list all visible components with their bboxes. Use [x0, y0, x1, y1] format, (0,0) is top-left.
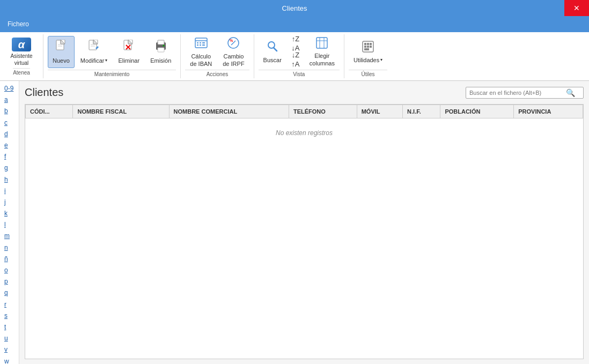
sort-buttons-group: ↑Z↓A ↓Z↑A — [288, 36, 304, 68]
ribbon-group-vista: Buscar ↑Z↓A ↓Z↑A Elegir columnas — [254, 34, 344, 78]
calculo-iban-button[interactable]: Cálculo de IBAN — [185, 36, 217, 68]
ribbon-content: α Asistente virtual Atenea Nuevo — [0, 32, 589, 80]
col-header-movil: MÓVIL — [357, 105, 402, 118]
atenea-btn-area: α Asistente virtual — [5, 36, 38, 68]
sidebar-item-f[interactable]: f — [0, 151, 19, 162]
buscar-label: Buscar — [263, 56, 282, 64]
sort-az-button[interactable]: ↑Z↓A — [288, 36, 304, 51]
sidebar-item-o[interactable]: o — [0, 265, 19, 276]
sidebar-item-c[interactable]: c — [0, 117, 19, 129]
emision-icon — [155, 40, 167, 56]
sidebar-item-b[interactable]: b — [0, 106, 19, 117]
sort-za-button[interactable]: ↓Z↑A — [288, 53, 304, 68]
mantenimiento-buttons: Nuevo Modificar▾ Eliminar — [48, 34, 176, 70]
acciones-buttons: Cálculo de IBAN % Cambio de IRPF — [185, 34, 249, 70]
col-header-nif: N.I.F. — [403, 105, 440, 118]
elegir-columnas-icon — [316, 37, 328, 51]
svg-rect-40 — [370, 43, 372, 45]
sidebar-item-u[interactable]: u — [0, 333, 19, 344]
tab-fichero[interactable]: Fichero — [0, 16, 36, 32]
svg-rect-18 — [158, 48, 164, 52]
modificar-icon — [88, 40, 100, 56]
buscar-button[interactable]: Buscar — [259, 36, 286, 68]
mantenimiento-group-label: Mantenimiento — [48, 70, 176, 78]
ribbon: α Asistente virtual Atenea Nuevo — [0, 32, 589, 81]
cambio-irpf-button[interactable]: % Cambio de IRPF — [218, 36, 249, 68]
utiles-buttons: Utilidades▾ — [349, 34, 387, 70]
sidebar-item-0-9[interactable]: 0-9 — [0, 83, 19, 94]
svg-rect-27 — [202, 44, 205, 46]
svg-rect-39 — [367, 43, 369, 45]
sidebar-item-s[interactable]: s — [0, 310, 19, 322]
svg-rect-41 — [364, 46, 366, 48]
close-icon: ✕ — [573, 4, 580, 12]
svg-rect-24 — [202, 42, 205, 43]
emision-label: Emisión — [150, 57, 171, 64]
calculo-iban-icon — [195, 36, 208, 51]
search-box[interactable]: 🔍 — [466, 87, 584, 99]
sidebar-item-ñ[interactable]: ñ — [0, 254, 19, 265]
ribbon-tabs: Fichero — [0, 16, 589, 32]
nuevo-icon — [55, 40, 67, 56]
eliminar-button[interactable]: Eliminar — [113, 36, 144, 68]
svg-rect-25 — [197, 44, 198, 46]
sidebar-item-p[interactable]: p — [0, 276, 19, 287]
svg-rect-33 — [316, 38, 327, 48]
sidebar-item-k[interactable]: k — [0, 208, 19, 219]
modificar-button[interactable]: Modificar▾ — [76, 36, 113, 68]
buscar-icon — [267, 40, 278, 55]
col-header-nombre-comercial: NOMBRE COMERCIAL — [169, 105, 289, 118]
svg-rect-38 — [364, 43, 366, 45]
search-input[interactable] — [469, 90, 566, 96]
svg-rect-42 — [367, 46, 369, 48]
sidebar-item-w[interactable]: w — [0, 356, 19, 365]
sidebar-item-a[interactable]: a — [0, 94, 19, 106]
elegir-columnas-label: Elegir columnas — [310, 52, 335, 68]
calculo-iban-label: Cálculo de IBAN — [190, 53, 212, 68]
sidebar-item-j[interactable]: j — [0, 197, 19, 208]
table-header: CÓDI...NOMBRE FISCALNOMBRE COMERCIALTELÉ… — [26, 105, 583, 118]
search-icon[interactable]: 🔍 — [566, 88, 575, 97]
sort-az-icon: ↑Z↓A — [291, 35, 299, 53]
sidebar-item-n[interactable]: n — [0, 242, 19, 254]
acciones-group-label: Acciones — [185, 70, 249, 78]
elegir-columnas-button[interactable]: Elegir columnas — [305, 36, 340, 68]
close-button[interactable]: ✕ — [564, 0, 589, 16]
main-content: Clientes 🔍 CÓDI...NOMBRE FISCALNOMBRE CO… — [19, 81, 589, 364]
sidebar-item-q[interactable]: q — [0, 287, 19, 299]
cambio-irpf-icon: % — [227, 36, 240, 51]
ribbon-group-atenea: α Asistente virtual Atenea — [0, 34, 43, 78]
sidebar-item-l[interactable]: l — [0, 219, 19, 231]
nuevo-button[interactable]: Nuevo — [48, 36, 75, 68]
sidebar-item-h[interactable]: h — [0, 174, 19, 185]
svg-rect-43 — [370, 46, 372, 48]
sidebar-item-v[interactable]: v — [0, 344, 19, 355]
utilidades-icon — [362, 40, 374, 55]
svg-rect-17 — [158, 40, 164, 44]
sidebar-item-e[interactable]: e — [0, 140, 19, 151]
eliminar-icon — [123, 40, 135, 56]
asistente-virtual-button[interactable]: α Asistente virtual — [5, 36, 38, 68]
sort-za-icon: ↓Z↑A — [291, 51, 299, 69]
emision-button[interactable]: Emisión — [145, 36, 176, 68]
no-records-row: No existen registros — [26, 118, 583, 148]
svg-rect-26 — [200, 44, 201, 46]
sidebar-item-d[interactable]: d — [0, 129, 19, 140]
page-title: Clientes — [25, 86, 63, 99]
sidebar-item-m[interactable]: m — [0, 231, 19, 242]
sidebar-item-g[interactable]: g — [0, 162, 19, 174]
utilidades-button[interactable]: Utilidades▾ — [349, 36, 387, 68]
utilidades-label: Utilidades▾ — [354, 56, 382, 64]
col-header-poblacion: POBLACIÓN — [440, 105, 514, 118]
modificar-label: Modificar▾ — [80, 57, 108, 64]
sidebar: 0-9abcdefghijklmnñopqrstuvwxyz — [0, 81, 19, 364]
atenea-logo: α — [12, 38, 31, 51]
data-table-container: CÓDI...NOMBRE FISCALNOMBRE COMERCIALTELÉ… — [25, 104, 584, 359]
sidebar-item-t[interactable]: t — [0, 322, 19, 333]
vista-group-label: Vista — [259, 70, 340, 78]
app-body: 0-9abcdefghijklmnñopqrstuvwxyz Clientes … — [0, 81, 589, 364]
sidebar-item-i[interactable]: i — [0, 185, 19, 197]
ribbon-group-acciones: Cálculo de IBAN % Cambio de IRPF Accione… — [181, 34, 254, 78]
data-table: CÓDI...NOMBRE FISCALNOMBRE COMERCIALTELÉ… — [25, 105, 583, 147]
sidebar-item-r[interactable]: r — [0, 299, 19, 310]
